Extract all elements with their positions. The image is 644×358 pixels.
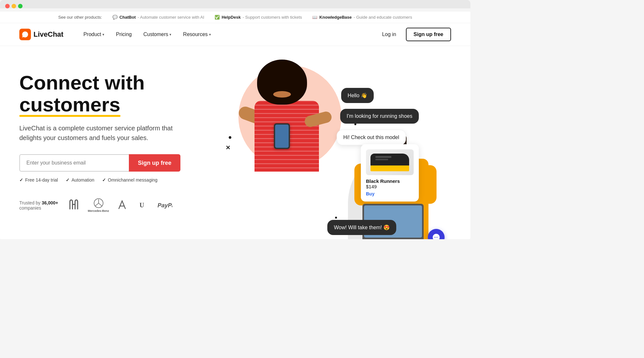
chat-bubble-checkout-text: Hi! Check out this model (343, 135, 399, 140)
signup-hero-button[interactable]: Sign up free (129, 154, 180, 172)
top-bar: See our other products: 💬 ChatBot - Auto… (0, 12, 470, 23)
dec-dot-4 (335, 217, 337, 219)
logo[interactable]: LiveChat (19, 29, 63, 40)
product-name: Black Runners (366, 178, 414, 184)
chat-bubble-hello: Hello 👋 (341, 88, 374, 103)
mercedes-icon (93, 198, 104, 208)
navbar: LiveChat Product ▾ Pricing Customers ▾ R… (0, 23, 470, 46)
trusted-prefix: Trusted by (19, 200, 42, 205)
topbar-helpdesk[interactable]: ✅ HelpDesk - Support customers with tick… (215, 15, 302, 20)
trusted-count: 36,000+ (42, 200, 58, 205)
check-omni: ✓ Omnichannel messaging (102, 177, 158, 183)
dot-yellow[interactable] (12, 4, 16, 8)
knowledgebase-name: KnowledgeBase (319, 15, 351, 20)
product-buy-link[interactable]: Buy (366, 191, 414, 196)
helpdesk-desc: - Support customers with tickets (243, 15, 302, 20)
chatbot-icon: 💬 (112, 15, 118, 20)
nav-links: Product ▾ Pricing Customers ▾ Resources … (79, 29, 378, 40)
hero-section: Connect with customers LiveChat is a com… (0, 46, 470, 239)
woman-head (264, 69, 300, 104)
brand-mcdonalds (69, 199, 79, 211)
check-mark-1: ✓ (19, 177, 23, 183)
mercedes-label: Mercedes-Benz (88, 209, 109, 212)
nav-customers-label: Customers (143, 32, 168, 37)
paypal-icon: PayPal (157, 200, 172, 209)
trusted-suffix: companies (19, 205, 41, 211)
check-trial-label: Free 14-day trial (25, 177, 58, 183)
dec-dot-1 (229, 136, 231, 139)
topbar-knowledgebase[interactable]: 📖 KnowledgeBase - Guide and educate cust… (312, 15, 412, 20)
brand-unilever: U (138, 200, 148, 211)
signup-nav-button[interactable]: Sign up free (406, 28, 451, 41)
email-form: Sign up free (19, 154, 180, 172)
nav-resources-label: Resources (183, 32, 207, 37)
browser-dots (5, 4, 465, 8)
hero-title-line2: customers (19, 94, 120, 116)
dec-x-mark: ✕ (226, 144, 230, 151)
hero-title: Connect with customers (19, 72, 206, 116)
helpdesk-name: HelpDesk (222, 15, 241, 20)
brand-adobe (118, 200, 129, 211)
hero-checks: ✓ Free 14-day trial ✓ Automation ✓ Omnic… (19, 177, 206, 183)
check-mark-2: ✓ (66, 177, 70, 183)
logo-text: LiveChat (34, 30, 63, 39)
check-trial: ✓ Free 14-day trial (19, 177, 58, 183)
brand-logos: Mercedes-Benz U (69, 198, 172, 212)
hero-title-line1: Connect with (19, 71, 145, 94)
logo-icon (19, 29, 31, 40)
browser-chrome (0, 0, 470, 8)
product-chevron-icon: ▾ (102, 33, 104, 37)
hero-subtitle: LiveChat is a complete customer service … (19, 123, 180, 143)
knowledgebase-desc: - Guide and educate customers (354, 15, 412, 20)
topbar-chatbot[interactable]: 💬 ChatBot - Automate customer service wi… (112, 15, 204, 20)
trusted-section: Trusted by 36,000+ companies (19, 198, 206, 212)
product-card: Black Runners $149 Buy (361, 144, 419, 202)
knowledgebase-icon: 📖 (312, 15, 317, 20)
svg-text:U: U (139, 202, 144, 209)
check-automation: ✓ Automation (66, 177, 94, 183)
chat-bubble-hello-text: Hello 👋 (348, 93, 367, 98)
shoe-sole (370, 165, 409, 171)
chat-bubble-wow: Wow! Will take them! 😍 (327, 220, 396, 235)
mcdonalds-icon (69, 199, 79, 210)
nav-customers[interactable]: Customers ▾ (139, 29, 176, 40)
nav-product[interactable]: Product ▾ (79, 29, 109, 40)
unilever-icon: U (138, 200, 148, 210)
woman-hair (257, 60, 307, 105)
chat-bubble-wow-text: Wow! Will take them! 😍 (334, 225, 390, 230)
trusted-text: Trusted by 36,000+ companies (19, 200, 58, 211)
hero-illustration: Hello 👋 I'm looking for running shoes Hi… (213, 59, 438, 239)
shoe-laces (375, 156, 391, 158)
brand-paypal: PayPal (157, 200, 172, 210)
shoe-laces2 (375, 159, 388, 160)
float-chat-icon (432, 233, 440, 239)
chat-bubble-checkout: Hi! Check out this model (337, 130, 406, 145)
dot-red[interactable] (5, 4, 10, 8)
phone-screen (275, 125, 289, 148)
adobe-icon (118, 200, 129, 210)
shoe-illustration (370, 154, 409, 171)
check-automation-label: Automation (72, 177, 94, 183)
nav-product-label: Product (83, 32, 101, 37)
phone (274, 123, 290, 149)
page-wrap: See our other products: 💬 ChatBot - Auto… (0, 12, 470, 239)
nav-actions: Log in Sign up free (378, 28, 451, 41)
hero-left: Connect with customers LiveChat is a com… (19, 65, 206, 226)
woman-smile (273, 91, 291, 98)
chat-bubble-shoes-text: I'm looking for running shoes (347, 113, 412, 119)
nav-resources[interactable]: Resources ▾ (178, 29, 215, 40)
chat-bubble-shoes: I'm looking for running shoes (340, 109, 419, 124)
login-button[interactable]: Log in (378, 29, 401, 40)
nav-pricing[interactable]: Pricing (111, 29, 136, 40)
hero-right: Hello 👋 I'm looking for running shoes Hi… (206, 65, 451, 226)
product-price: $149 (366, 184, 414, 189)
product-card-image (366, 149, 414, 175)
dot-green[interactable] (18, 4, 23, 8)
woman-figure (232, 59, 341, 175)
customers-chevron-icon: ▾ (169, 33, 171, 37)
check-mark-3: ✓ (102, 177, 106, 183)
nav-pricing-label: Pricing (116, 32, 132, 37)
topbar-see-label: See our other products: (58, 15, 102, 20)
resources-chevron-icon: ▾ (209, 33, 211, 37)
email-input[interactable] (19, 154, 129, 172)
